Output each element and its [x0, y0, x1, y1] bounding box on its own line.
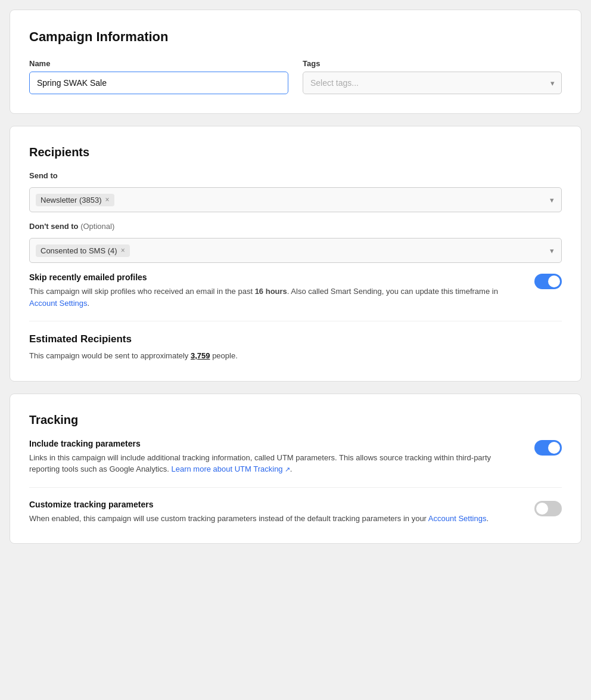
- customize-tracking-toggle[interactable]: [534, 501, 562, 516]
- send-to-tag-remove[interactable]: ×: [105, 196, 110, 204]
- tags-select-wrapper: Select tags...: [303, 72, 562, 94]
- send-to-tag-label: Newsletter (3853): [41, 196, 102, 205]
- customize-tracking-toggle-slider: [534, 501, 562, 516]
- campaign-information-card: Campaign Information Name Tags Select ta…: [10, 10, 581, 114]
- include-tracking-toggle[interactable]: [534, 440, 562, 456]
- dont-send-group: Don't send to (Optional) Consented to SM…: [29, 222, 562, 272]
- dont-send-select[interactable]: Consented to SMS (4) ×: [29, 238, 562, 263]
- send-to-select[interactable]: Newsletter (3853) ×: [29, 187, 562, 212]
- divider-estimated: [29, 321, 562, 321]
- customize-tracking-desc: When enabled, this campaign will use cus…: [29, 513, 520, 525]
- skip-desc: This campaign will skip profiles who rec…: [29, 286, 520, 309]
- dont-send-tag-remove[interactable]: ×: [121, 246, 125, 255]
- skip-recently-emailed-row: Skip recently emailed profiles This camp…: [29, 272, 562, 309]
- send-to-group: Send to Newsletter (3853) ×: [29, 171, 562, 222]
- include-tracking-toggle-slider: [534, 440, 562, 456]
- dont-send-tag: Consented to SMS (4) ×: [36, 244, 130, 257]
- include-tracking-label: Include tracking parameters: [29, 439, 520, 448]
- send-to-label: Send to: [29, 171, 562, 180]
- tags-select[interactable]: Select tags...: [303, 72, 562, 94]
- utm-tracking-link[interactable]: Learn more about UTM Tracking: [171, 464, 290, 473]
- estimated-recipients-title: Estimated Recipients: [29, 333, 562, 345]
- dont-send-optional: (Optional): [80, 222, 114, 231]
- include-tracking-desc: Links in this campaign will include addi…: [29, 452, 520, 475]
- dont-send-label: Don't send to (Optional): [29, 222, 562, 231]
- divider-customize: [29, 487, 562, 488]
- estimated-count-link[interactable]: 3,759: [191, 351, 210, 360]
- skip-toggle[interactable]: [534, 274, 562, 289]
- name-input[interactable]: [29, 72, 288, 94]
- customize-tracking-label: Customize tracking parameters: [29, 500, 520, 509]
- tags-label: Tags: [303, 59, 562, 68]
- recipients-title: Recipients: [29, 145, 562, 159]
- account-settings-link-tracking[interactable]: Account Settings: [428, 514, 487, 523]
- customize-tracking-row: Customize tracking parameters When enabl…: [29, 500, 562, 525]
- campaign-information-title: Campaign Information: [29, 29, 562, 45]
- account-settings-link-skip[interactable]: Account Settings: [29, 299, 88, 308]
- name-label: Name: [29, 59, 288, 68]
- include-tracking-row: Include tracking parameters Links in thi…: [29, 439, 562, 475]
- tracking-title: Tracking: [29, 413, 562, 427]
- tracking-card: Tracking Include tracking parameters Lin…: [10, 394, 581, 544]
- skip-label: Skip recently emailed profiles: [29, 272, 520, 282]
- estimated-recipients-desc: This campaign would be sent to approxima…: [29, 350, 562, 362]
- skip-toggle-slider: [534, 274, 562, 289]
- name-field-group: Name: [29, 59, 288, 94]
- tags-field-group: Tags Select tags...: [303, 59, 562, 94]
- send-to-tag: Newsletter (3853) ×: [36, 194, 114, 206]
- dont-send-tag-label: Consented to SMS (4): [41, 246, 117, 255]
- recipients-card: Recipients Send to Newsletter (3853) × D…: [10, 126, 581, 382]
